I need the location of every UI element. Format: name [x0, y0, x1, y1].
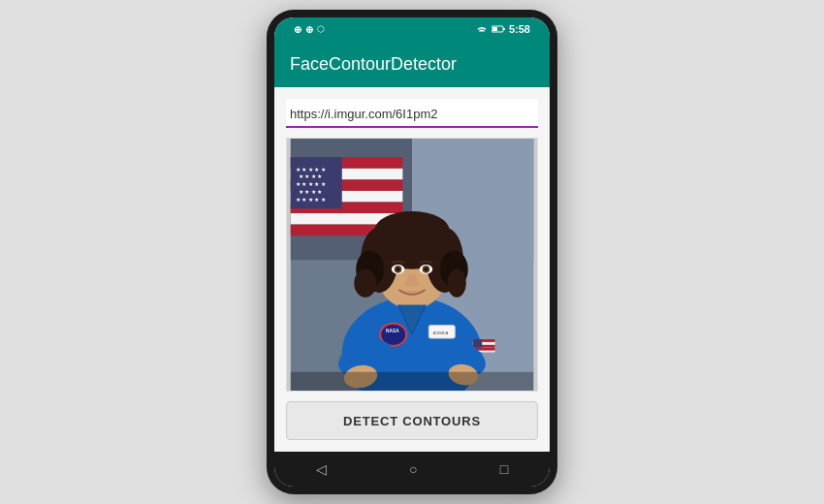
recent-button[interactable]: □ — [500, 461, 508, 477]
svg-text:★ ★ ★ ★: ★ ★ ★ ★ — [299, 173, 323, 179]
svg-rect-1 — [503, 28, 505, 30]
svg-point-29 — [448, 269, 466, 298]
phone-frame: ⊕ ⊕ ⬡ 5: — [267, 10, 557, 494]
svg-text:★ ★ ★ ★ ★: ★ ★ ★ ★ ★ — [296, 181, 326, 187]
app-icon-2: ⊕ — [305, 24, 313, 35]
svg-text:JESSICA: JESSICA — [432, 331, 448, 335]
svg-point-35 — [425, 268, 428, 271]
app-bar: FaceContourDetector — [274, 41, 550, 87]
svg-rect-45 — [473, 339, 483, 348]
detect-contours-button[interactable]: DETECT CONTOURS — [286, 401, 538, 440]
svg-rect-2 — [492, 27, 497, 31]
status-right-icons: 5:58 — [476, 23, 530, 35]
svg-text:★ ★ ★ ★ ★: ★ ★ ★ ★ ★ — [296, 197, 326, 203]
astronaut-image: ★ ★ ★ ★ ★ ★ ★ ★ ★ ★ ★ ★ ★ ★ ★ ★ ★ ★ ★ ★ … — [287, 139, 537, 391]
navigation-bar: ◁ ○ □ — [274, 452, 550, 487]
url-input-wrapper[interactable] — [286, 99, 538, 128]
url-input[interactable] — [290, 107, 534, 121]
app-title: FaceContourDetector — [290, 54, 457, 75]
svg-point-28 — [354, 269, 376, 298]
wifi-icon — [476, 24, 488, 34]
status-bar-content: ⊕ ⊕ ⬡ 5: — [284, 23, 540, 35]
back-button[interactable]: ◁ — [316, 461, 327, 477]
clock-icon: ⬡ — [317, 24, 325, 34]
svg-point-32 — [396, 268, 400, 271]
status-bar: ⊕ ⊕ ⬡ 5: — [274, 17, 550, 41]
status-time: 5:58 — [509, 23, 530, 35]
content-area: ★ ★ ★ ★ ★ ★ ★ ★ ★ ★ ★ ★ ★ ★ ★ ★ ★ ★ ★ ★ … — [274, 87, 550, 452]
home-button[interactable]: ○ — [409, 461, 417, 477]
app-icon-1: ⊕ — [294, 24, 301, 35]
battery-icon — [491, 25, 505, 33]
image-container: ★ ★ ★ ★ ★ ★ ★ ★ ★ ★ ★ ★ ★ ★ ★ ★ ★ ★ ★ ★ … — [286, 138, 538, 392]
phone-screen: ⊕ ⊕ ⬡ 5: — [274, 17, 550, 487]
svg-point-25 — [374, 211, 449, 249]
detect-button-label: DETECT CONTOURS — [343, 414, 481, 428]
svg-text:★ ★ ★ ★: ★ ★ ★ ★ — [299, 189, 323, 195]
svg-text:NASA: NASA — [386, 329, 399, 333]
svg-rect-50 — [291, 372, 533, 391]
svg-text:★ ★ ★ ★ ★: ★ ★ ★ ★ ★ — [296, 167, 326, 173]
status-bar-left-icons: ⊕ ⊕ ⬡ — [294, 24, 325, 35]
